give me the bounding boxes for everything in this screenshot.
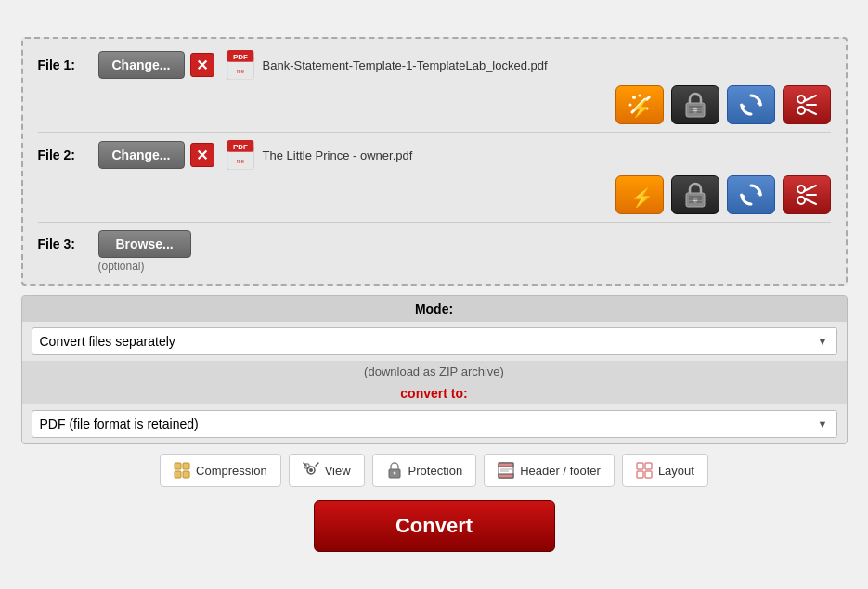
file1-name: Bank-Statement-Template-1-TemplateLab_lo…	[263, 58, 548, 72]
svg-text:file: file	[237, 158, 244, 164]
options-bar: Compression View Protection	[21, 454, 848, 487]
compression-button[interactable]: Compression	[160, 454, 281, 487]
file1-delete-button[interactable]: ✕	[190, 53, 214, 77]
format-select[interactable]: PDF (file format is retained) Word (.doc…	[32, 410, 837, 438]
svg-rect-46	[175, 471, 181, 478]
header-footer-icon	[498, 462, 514, 479]
svg-rect-44	[175, 463, 181, 469]
svg-rect-16	[689, 109, 702, 110]
svg-line-41	[804, 186, 816, 191]
protection-icon	[386, 462, 403, 479]
file3-row: File 3: Browse... (optional)	[38, 230, 831, 273]
file3-browse-button[interactable]: Browse...	[98, 230, 191, 258]
view-button[interactable]: View	[289, 454, 365, 487]
scissors-icon	[794, 92, 820, 118]
file2-pdf-icon: PDF file	[226, 140, 255, 170]
svg-line-42	[804, 198, 816, 204]
wand-icon: ⚡	[627, 92, 653, 118]
compression-label: Compression	[196, 464, 267, 478]
format-select-wrapper: PDF (file format is retained) Word (.doc…	[32, 410, 837, 438]
file3-inner: File 3: Browse...	[38, 230, 831, 258]
main-container: File 1: Change... ✕ PDF file Bank-Statem…	[12, 28, 857, 561]
file1-row: File 1: Change... ✕ PDF file Bank-Statem…	[38, 50, 831, 80]
mode-header: Mode:	[22, 296, 847, 322]
svg-rect-60	[637, 463, 643, 469]
zip-note: (download as ZIP archive)	[22, 361, 847, 382]
file-panel: File 1: Change... ✕ PDF file Bank-Statem…	[21, 37, 848, 286]
header-footer-button[interactable]: Header / footer	[484, 454, 615, 487]
file2-name: The Little Prince - owner.pdf	[263, 148, 413, 162]
file1-actions: ⚡	[38, 85, 831, 124]
svg-rect-56	[499, 463, 513, 467]
svg-rect-57	[499, 474, 513, 478]
file1-wand-button[interactable]: ⚡	[615, 85, 664, 124]
svg-rect-61	[645, 463, 652, 469]
svg-point-9	[638, 95, 641, 97]
file2-scissors-button[interactable]	[783, 175, 831, 214]
mode-select-wrapper: Convert files separately Merge files int…	[32, 327, 837, 355]
file2-actions: ⚡	[38, 175, 831, 214]
file2-delete-button[interactable]: ✕	[190, 143, 214, 167]
svg-rect-35	[689, 198, 702, 200]
file2-label: File 2:	[38, 147, 98, 162]
file1-label: File 1:	[38, 58, 98, 72]
view-label: View	[325, 464, 351, 478]
view-icon	[303, 462, 319, 479]
svg-rect-62	[637, 471, 643, 478]
protection-label: Protection	[408, 464, 463, 478]
svg-rect-15	[689, 106, 702, 108]
scissors2-icon	[794, 182, 820, 208]
mode-select[interactable]: Convert files separately Merge files int…	[32, 327, 837, 355]
svg-text:⚡: ⚡	[630, 186, 653, 208]
svg-text:PDF: PDF	[233, 53, 248, 61]
file1-scissors-button[interactable]	[783, 85, 831, 124]
format-select-row: PDF (file format is retained) Word (.doc…	[22, 404, 847, 443]
rotate-icon	[738, 92, 764, 118]
compression-icon	[174, 462, 190, 479]
file2-change-button[interactable]: Change...	[98, 141, 185, 169]
convert-button[interactable]: Convert	[314, 500, 555, 552]
convert-to-label: convert to:	[22, 382, 847, 404]
separator2	[38, 222, 831, 223]
rotate2-icon	[738, 182, 764, 208]
file2-lock-button[interactable]	[671, 175, 719, 214]
svg-rect-34	[689, 196, 702, 198]
svg-line-51	[316, 463, 318, 466]
lock2-icon	[683, 182, 707, 208]
layout-button[interactable]: Layout	[622, 454, 708, 487]
file2-row: File 2: Change... ✕ PDF file The Little …	[38, 140, 831, 170]
file3-optional: (optional)	[98, 260, 831, 273]
svg-rect-17	[689, 111, 702, 113]
svg-text:PDF: PDF	[233, 143, 248, 151]
file3-label: File 3:	[38, 237, 98, 251]
mode-select-row: Convert files separately Merge files int…	[22, 322, 847, 361]
svg-rect-45	[183, 463, 189, 469]
protection-button[interactable]: Protection	[372, 454, 477, 487]
file1-lock-button[interactable]	[671, 85, 719, 124]
file2-rotate-button[interactable]	[727, 175, 775, 214]
svg-rect-63	[645, 471, 652, 478]
mode-section: Mode: Convert files separately Merge fil…	[21, 295, 848, 444]
lock-icon	[683, 92, 707, 118]
file2-wand-button[interactable]: ⚡	[615, 175, 664, 214]
header-footer-label: Header / footer	[520, 464, 601, 478]
svg-line-22	[804, 96, 816, 101]
svg-point-54	[393, 472, 395, 475]
svg-rect-47	[183, 471, 189, 478]
svg-rect-36	[689, 201, 702, 203]
layout-label: Layout	[658, 464, 694, 478]
wand2-icon: ⚡	[627, 182, 653, 208]
svg-text:file: file	[237, 68, 244, 74]
svg-text:⚡: ⚡	[630, 98, 652, 118]
separator1	[38, 132, 831, 133]
svg-line-23	[804, 109, 816, 114]
file1-change-button[interactable]: Change...	[98, 51, 185, 79]
layout-icon	[636, 462, 653, 479]
file1-rotate-button[interactable]	[727, 85, 775, 124]
file1-pdf-icon: PDF file	[226, 50, 255, 80]
svg-point-49	[309, 468, 313, 472]
